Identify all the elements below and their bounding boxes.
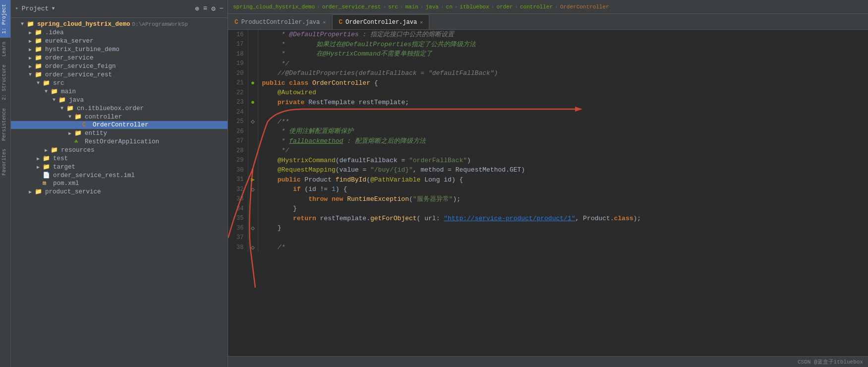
code-line-32: if (id != 1) { <box>258 184 868 194</box>
code-line-33: throw new RuntimeException("服务器异常"); <box>258 194 868 204</box>
tree-eureka[interactable]: ▶ 📁 eureka_server <box>11 37 228 45</box>
tree-order-controller[interactable]: C OrderController <box>11 121 228 129</box>
tree-cn-package[interactable]: ▼ 📁 cn.itbluebox.order <box>11 104 228 113</box>
tab-icon-product: C <box>234 18 238 26</box>
code-row-22: 22 @Autowired <box>228 88 868 98</box>
tree-main[interactable]: ▼ 📁 main <box>11 87 228 96</box>
line-num-27: 27 <box>228 136 248 146</box>
code-row-23: 23 ● private RestTemplate restTemplate; <box>228 98 868 108</box>
tab-icon-order: C <box>339 18 343 26</box>
bc-order[interactable]: order <box>496 4 513 10</box>
code-row-32: 32 ◇ if (id != 1) { <box>228 184 868 194</box>
code-row-20: 20 //@DefaultProperties(defaultFallback … <box>228 68 868 78</box>
tree-product-service[interactable]: ▶ 📁 product_service <box>11 187 228 196</box>
gutter-33 <box>248 194 258 204</box>
bc-src[interactable]: src <box>388 4 398 10</box>
tree-order-service[interactable]: ▶ 📁 order_service <box>11 54 228 62</box>
code-line-37 <box>258 233 868 243</box>
editor-area: spring_cloud_hystrix_demo › order_servic… <box>228 0 868 367</box>
tree-src[interactable]: ▼ 📁 src <box>11 79 228 87</box>
tree-idea[interactable]: ▶ 📁 .idea <box>11 28 228 37</box>
gutter-36: ◇ <box>248 223 258 233</box>
bc-java[interactable]: java <box>426 4 439 10</box>
line-num-36: 36 <box>228 223 248 233</box>
code-row-30: 30 @RequestMapping(value = "/buy/{id}", … <box>228 165 868 175</box>
line-num-31: 31 <box>228 175 248 185</box>
tree-entity[interactable]: ▶ 📁 entity <box>11 129 228 137</box>
code-line-38: /* <box>258 243 868 252</box>
bc-controller[interactable]: controller <box>520 4 553 10</box>
tab-order-controller[interactable]: C OrderController.java ✕ <box>332 14 429 29</box>
collapse-icon[interactable]: ≡ <box>203 4 207 13</box>
line-num-24: 24 <box>228 107 248 117</box>
close-icon[interactable]: − <box>220 4 224 13</box>
gutter-25: ◇ <box>248 117 258 127</box>
code-line-35: return restTemplate.getForObject( url: "… <box>258 214 868 224</box>
gutter-28 <box>248 146 258 156</box>
locate-icon[interactable]: ⊕ <box>195 4 199 13</box>
vtab-project[interactable]: 1: Project <box>0 0 10 38</box>
dropdown-arrow[interactable]: ▼ <box>52 6 55 11</box>
code-line-24 <box>258 107 868 117</box>
line-num-19: 19 <box>228 59 248 69</box>
tab-product-controller[interactable]: C ProductController.java ✕ <box>228 14 332 29</box>
code-row-19: 19 */ <box>228 59 868 69</box>
tree-controller[interactable]: ▼ 📁 controller <box>11 113 228 121</box>
tree-rest-order-app[interactable]: ☘ RestOrderApplication <box>11 137 228 146</box>
left-vtabs: 1: Project Learn 2: Structure Persistenc… <box>0 0 11 367</box>
code-line-21: public class OrderController { <box>258 78 868 88</box>
bc-spring[interactable]: spring_cloud_hystrix_demo <box>233 4 315 10</box>
code-row-21: 21 ● public class OrderController { <box>228 78 868 88</box>
tree-order-feign[interactable]: ▶ 📁 order_service_feign <box>11 62 228 70</box>
tab-close-product[interactable]: ✕ <box>323 19 326 25</box>
tree-test[interactable]: ▶ 📁 test <box>11 154 228 163</box>
gutter-24 <box>248 107 258 117</box>
gutter-22 <box>248 88 258 98</box>
tree-order-rest[interactable]: ▼ 📁 order_service_rest <box>11 70 228 79</box>
code-line-28: */ <box>258 146 868 156</box>
bc-itbluebox[interactable]: itbluebox <box>460 4 489 10</box>
code-row-26: 26 * 使用注解配置熔断保护 <box>228 126 868 136</box>
bc-main[interactable]: main <box>405 4 418 10</box>
bc-order-controller[interactable]: OrderController <box>560 4 609 10</box>
gutter-27 <box>248 136 258 146</box>
vtab-structure[interactable]: 2: Structure <box>0 61 10 104</box>
editor-tabs: C ProductController.java ✕ C OrderContro… <box>228 14 868 30</box>
vtab-persistence[interactable]: Persistence <box>0 104 10 145</box>
bc-order-rest[interactable]: order_service_rest <box>322 4 381 10</box>
tree-iml[interactable]: 📄 order_service_rest.iml <box>11 171 228 180</box>
panel-title: ▪ Project ▼ <box>15 5 55 12</box>
tree-pom[interactable]: m pom.xml <box>11 180 228 187</box>
code-line-27: * fallbackmethod : 配置熔断之后的降级方法 <box>258 136 868 146</box>
tab-close-order[interactable]: ✕ <box>420 19 423 25</box>
code-row-17: 17 * 如果过在@DefaultProperties指定了公共的降级方法 <box>228 40 868 50</box>
line-num-17: 17 <box>228 40 248 50</box>
code-line-22: @Autowired <box>258 88 868 98</box>
tree-root[interactable]: ▼ 📁 spring_cloud_hystrix_demo D:\AProgra… <box>11 20 228 28</box>
vtab-favorites[interactable]: Favorites <box>0 145 10 180</box>
panel-title-text: Project <box>22 5 49 12</box>
code-row-38: 38 ◇ /* <box>228 243 868 252</box>
gutter-38: ◇ <box>248 243 258 252</box>
settings-icon[interactable]: ⚙ <box>211 4 215 13</box>
tree-hystrix-turbine[interactable]: ▶ 📁 hystrix_turbine_demo <box>11 45 228 54</box>
tree-target[interactable]: ▶ 📁 target <box>11 163 228 171</box>
code-line-19: */ <box>258 59 868 69</box>
tree-resources[interactable]: ▶ 📁 resources <box>11 146 228 154</box>
code-editor[interactable]: 16 * @DefaultProperties : 指定此接口中公共的熔断设置 … <box>228 30 868 356</box>
code-line-36: } <box>258 223 868 233</box>
bc-cn[interactable]: cn <box>446 4 453 10</box>
vtab-learn[interactable]: Learn <box>0 38 10 61</box>
line-num-37: 37 <box>228 233 248 243</box>
code-row-16: 16 * @DefaultProperties : 指定此接口中公共的熔断设置 <box>228 30 868 40</box>
code-row-31: 31 ▶ public Product findById(@PathVariab… <box>228 175 868 185</box>
tree-java[interactable]: ▼ 📁 java <box>11 96 228 104</box>
code-row-25: 25 ◇ /** <box>228 117 868 127</box>
code-row-24: 24 <box>228 107 868 117</box>
status-bar: CSDN @蓝盒子itbluebox <box>228 356 868 367</box>
code-line-20: //@DefaultProperties(defaultFallback = "… <box>258 68 868 78</box>
gutter-29 <box>248 156 258 166</box>
code-line-25: /** <box>258 117 868 127</box>
code-line-34: } <box>258 204 868 214</box>
code-line-29: @HystrixCommand(defaultFallback = "order… <box>258 156 868 166</box>
